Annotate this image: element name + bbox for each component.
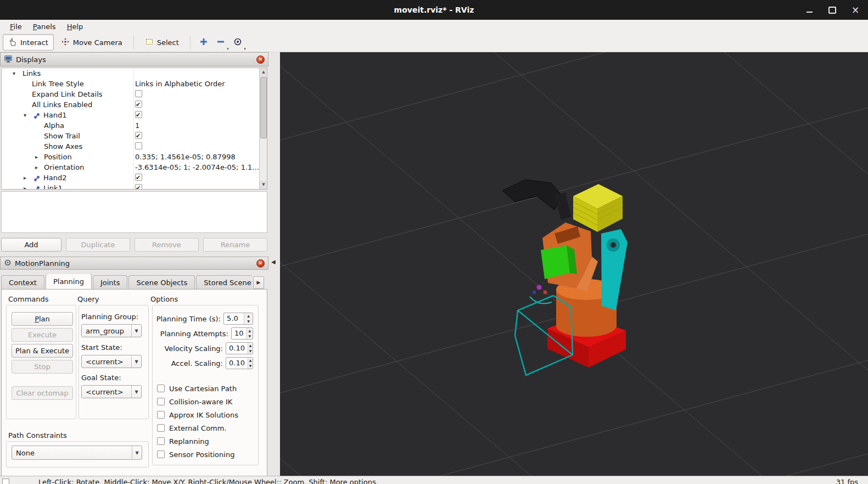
tab-stored-scenes[interactable]: Stored Scene (196, 275, 252, 290)
tree-row-links[interactable]: ▾ Links (2, 68, 257, 79)
menu-help[interactable]: Help (61, 21, 89, 32)
spin-arrows[interactable]: ▲▼ (247, 328, 253, 339)
tree-row-show-axes[interactable]: Show Axes (2, 141, 257, 152)
collision-aware-ik-checkbox[interactable] (157, 398, 165, 405)
plan-and-execute-button[interactable]: Plan & Execute (12, 344, 73, 358)
close-window-button[interactable]: × (849, 4, 861, 16)
collapse-expander-icon[interactable]: ▾ (24, 110, 26, 120)
tree-value[interactable]: Links in Alphabetic Order (135, 79, 225, 89)
spin-arrows[interactable]: ▲▼ (248, 358, 253, 369)
motion-planning-panel-header[interactable]: MotionPlanning ✕ (0, 257, 268, 270)
tree-checkbox[interactable] (135, 101, 142, 108)
planning-attempts-spinbox[interactable]: 10 ▲▼ (231, 327, 253, 340)
start-state-select[interactable]: <current> ▼ (81, 355, 142, 368)
tab-planning[interactable]: Planning (46, 274, 92, 290)
tree-row-link-tree-style[interactable]: Link Tree Style Links in Alphabetic Orde… (2, 79, 257, 89)
spin-up-icon[interactable]: ▲ (244, 313, 253, 319)
zoom-in-tool-button[interactable] (196, 35, 211, 50)
tree-row-show-trail[interactable]: Show Trail (2, 131, 257, 141)
path-constraints-select[interactable]: None ▼ (12, 446, 142, 460)
collapse-expander-icon[interactable]: ▸ (35, 152, 38, 162)
remove-display-button[interactable]: Remove (135, 238, 199, 252)
scroll-thumb[interactable] (260, 77, 267, 138)
tab-scene-objects[interactable]: Scene Objects (128, 275, 195, 290)
move-camera-tool-button[interactable]: Move Camera (55, 34, 128, 51)
tree-row-expand-link-details[interactable]: Expand Link Details (2, 89, 257, 99)
menu-panels[interactable]: Panels (27, 21, 61, 32)
tab-context[interactable]: Context (1, 275, 44, 290)
external-comm-checkbox[interactable] (157, 424, 165, 432)
plan-button[interactable]: Plan (12, 312, 73, 326)
collapse-expander-icon[interactable]: ▸ (35, 162, 38, 173)
tree-value[interactable]: -3.6314e-05; 1; -2.0074e-05; 1.1… (135, 162, 259, 173)
tree-scrollbar[interactable]: ▲ ▼ (259, 68, 267, 189)
use-cartesian-path-row[interactable]: Use Cartesian Path (157, 384, 237, 393)
maximize-button[interactable] (826, 4, 838, 16)
approx-ik-solutions-row[interactable]: Approx IK Solutions (157, 410, 238, 419)
approx-ik-solutions-checkbox[interactable] (157, 411, 165, 419)
collapse-expander-icon[interactable]: ▸ (24, 173, 26, 183)
tree-row-alpha[interactable]: Alpha 1 (2, 120, 257, 131)
execute-button[interactable]: Execute (12, 328, 73, 342)
use-cartesian-path-checkbox[interactable] (157, 385, 165, 392)
add-display-button[interactable]: Add (1, 238, 61, 252)
spin-down-icon[interactable]: ▼ (248, 348, 253, 354)
panel-splitter[interactable]: ◀ (268, 52, 280, 484)
accel-scaling-spinbox[interactable]: 0.10 ▲▼ (226, 357, 253, 369)
displays-close-button[interactable]: ✕ (256, 55, 265, 64)
planning-group-select[interactable]: arm_group ▼ (81, 324, 142, 337)
tree-checkbox[interactable] (135, 142, 142, 149)
tree-checkbox[interactable] (135, 184, 142, 190)
spin-down-icon[interactable]: ▼ (247, 333, 253, 339)
goal-state-select[interactable]: <current> ▼ (81, 385, 142, 398)
planning-time-spinbox[interactable]: 5.0 ▲▼ (223, 313, 253, 325)
status-checkbox[interactable] (2, 479, 9, 484)
scroll-down-button[interactable]: ▼ (260, 181, 267, 189)
tree-value[interactable]: 1 (135, 120, 139, 131)
displays-tree[interactable]: ▾ Links Link Tree Style Links in Alphabe… (1, 68, 267, 190)
scroll-up-button[interactable]: ▲ (260, 68, 267, 76)
tree-row-orientation[interactable]: ▸ Orientation -3.6314e-05; 1; -2.0074e-0… (2, 162, 257, 173)
spin-down-icon[interactable]: ▼ (248, 363, 253, 369)
collapse-expander-icon[interactable]: ▾ (13, 68, 15, 79)
tree-checkbox[interactable] (135, 132, 142, 139)
spin-arrows[interactable]: ▲▼ (248, 343, 253, 354)
tree-row-hand1[interactable]: ▾ Hand1 (2, 110, 257, 120)
velocity-scaling-spinbox[interactable]: 0.10 ▲▼ (226, 342, 253, 354)
zoom-out-tool-button[interactable]: ▾ (213, 35, 228, 50)
tab-joints[interactable]: Joints (93, 275, 128, 290)
tree-row-hand2[interactable]: ▸ Hand2 (2, 173, 257, 183)
displays-panel-header[interactable]: Displays ✕ (0, 52, 268, 66)
tree-checkbox[interactable] (135, 90, 142, 97)
spin-down-icon[interactable]: ▼ (244, 319, 253, 324)
select-tool-button[interactable]: Select (139, 34, 184, 51)
sensor-positioning-row[interactable]: Sensor Positioning (157, 450, 234, 459)
minimize-button[interactable] (803, 4, 815, 16)
spin-up-icon[interactable]: ▲ (247, 328, 253, 333)
replanning-row[interactable]: Replanning (157, 437, 209, 446)
focus-camera-tool-button[interactable]: ▾ (230, 35, 245, 50)
tree-row-position[interactable]: ▸ Position 0.335; 1.4561e-05; 0.87998 (2, 152, 257, 162)
spin-arrows[interactable]: ▲▼ (244, 313, 253, 324)
tree-checkbox[interactable] (135, 111, 142, 118)
external-comm-row[interactable]: External Comm. (157, 424, 227, 432)
duplicate-display-button[interactable]: Duplicate (66, 238, 130, 252)
collapse-expander-icon[interactable]: ▸ (24, 183, 26, 190)
tree-value[interactable]: 0.335; 1.4561e-05; 0.87998 (135, 152, 236, 162)
collision-aware-ik-row[interactable]: Collision-aware IK (157, 397, 232, 406)
tree-checkbox[interactable] (135, 174, 142, 181)
rename-display-button[interactable]: Rename (203, 238, 267, 252)
clear-octomap-button[interactable]: Clear octomap (12, 386, 73, 400)
spin-up-icon[interactable]: ▲ (248, 358, 253, 363)
tree-row-all-links-enabled[interactable]: All Links Enabled (2, 99, 257, 110)
menu-file[interactable]: File (4, 21, 27, 32)
replanning-checkbox[interactable] (157, 437, 165, 445)
stop-button[interactable]: Stop (12, 360, 73, 374)
interact-tool-button[interactable]: Interact (3, 34, 54, 51)
sensor-positioning-checkbox[interactable] (157, 450, 165, 458)
spin-up-icon[interactable]: ▲ (248, 343, 253, 348)
motion-planning-close-button[interactable]: ✕ (256, 259, 265, 268)
tab-scroll-right-button[interactable]: ▶ (253, 276, 264, 289)
tree-row-link1[interactable]: ▸ Link1 (2, 183, 257, 190)
3d-viewport[interactable] (280, 52, 868, 484)
